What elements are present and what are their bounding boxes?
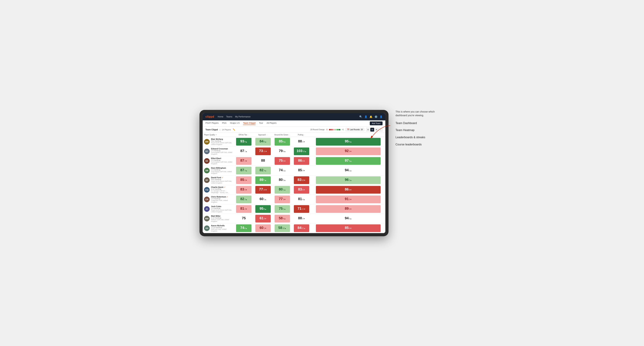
score-delta: 4▲ — [283, 218, 286, 220]
score-box: 80 1▲ — [274, 186, 290, 194]
player-name: Blair McHarg — [211, 138, 233, 140]
score-delta: 4▲ — [264, 170, 266, 172]
annotation-menu-list: Team Dashboard Team Heatmap Leaderboards… — [396, 121, 444, 147]
score-cell-8-3: 88 2▼ — [292, 214, 311, 223]
score-cell-1-0: 87 1▲ — [234, 147, 254, 156]
player-hcp: 1-5 Handicap — [211, 159, 233, 161]
score-delta: 8▲ — [244, 227, 247, 229]
score-cell-4-1: 89 7▲ — [254, 175, 273, 185]
col-header-approach[interactable]: Approach — — [254, 133, 273, 137]
table-header: Player Quality ▼ Off the Tee — — [203, 133, 385, 137]
score-box: 88 — [255, 157, 271, 165]
score-value: 73 — [259, 149, 263, 153]
sub-nav-team-clippd[interactable]: Team Clippd — [243, 122, 256, 125]
score-delta: 2▼ — [302, 218, 305, 220]
player-name: Chris Robertson ✓ — [211, 196, 233, 198]
avatar: EC — [204, 149, 210, 154]
bell-icon[interactable]: 🔔 — [370, 115, 372, 118]
score-value: 77 — [279, 197, 282, 201]
score-cell-6-0: 82 3▲ — [234, 194, 254, 204]
team-separator: | — [220, 129, 220, 131]
score-delta: 3▼ — [244, 208, 247, 210]
table-row[interactable]: EC Edward Crossman 1-5 Handicap Sunningd… — [203, 147, 385, 156]
score-value: 74 — [279, 168, 282, 172]
score-delta: 4▲ — [244, 170, 247, 172]
sub-nav-hcaps[interactable]: Hcaps 1-5 — [230, 122, 240, 125]
score-cell-7-0: 81 3▼ — [234, 204, 254, 214]
sub-nav-tour[interactable]: Tour — [259, 122, 263, 125]
score-value: 88 — [261, 159, 265, 163]
table-row[interactable]: CR Chris Robertson ✓ 1-5 Handicap Craigm… — [203, 194, 385, 204]
score-delta: 3▼ — [302, 170, 305, 172]
score-box: 84 6▲ — [255, 138, 271, 146]
score-value: 87 — [240, 168, 244, 172]
player-club: Gog Magog Golf Club, United Kingdom — [211, 171, 233, 174]
score-value: 84 — [260, 139, 264, 143]
score-value: 58 — [278, 226, 282, 230]
score-delta: 15▲ — [303, 151, 306, 152]
table-row[interactable]: MM Matt Miller 6-10 Handicap Woburn Golf… — [203, 214, 385, 223]
table-row[interactable]: CQ Charlie Quick ✓ 6-10 Handicap St. Geo… — [203, 185, 385, 194]
table-row[interactable]: DB Dave Billingham 1-5 Handicap Gog Mago… — [203, 166, 385, 175]
score-delta: 4▲ — [302, 198, 305, 200]
score-box: 84 21▲ — [294, 224, 309, 232]
last-rounds-selector[interactable]: 📅 Last Rounds: 20 — [346, 128, 364, 131]
table-row[interactable]: DF David Ford ✓ Plus Handicap Royal Nort… — [203, 175, 385, 185]
score-cell-6-2: 77 3▼ — [273, 194, 292, 204]
score-box: 92 3▼ — [316, 148, 381, 155]
score-cell-7-2: 75 2▲ — [273, 204, 292, 214]
player-info: Dave Billingham 1-5 Handicap Gog Magog G… — [211, 167, 233, 174]
header-row: Player Quality ▼ Off the Tee — — [203, 133, 385, 137]
player-name: Dave Billingham — [211, 167, 233, 169]
score-box: 86 6▼ — [294, 157, 309, 165]
score-box: 79 9▲ — [274, 148, 290, 155]
last-rounds-value: 20 — [361, 129, 363, 131]
score-box: 75 2▲ — [274, 205, 290, 213]
score-value: 86 — [345, 187, 348, 191]
player-hcp: 6-10 Handicap — [211, 188, 233, 190]
sub-nav-all-players[interactable]: All Players — [266, 122, 276, 125]
player-info: David Ford ✓ Plus Handicap Royal North D… — [211, 176, 233, 184]
score-value: 85 — [298, 168, 302, 172]
score-box: 91 3▼ — [316, 195, 381, 203]
table-row[interactable]: JC Josh Coles 1-5 Handicap Royal North D… — [203, 204, 385, 214]
player-hcp: 6-10 Handicap — [211, 217, 233, 219]
nav-link-performance[interactable]: My Performance — [235, 116, 250, 118]
score-box: 83 10▼ — [294, 176, 309, 184]
score-box: 58 4▲ — [274, 215, 290, 222]
table-row[interactable]: BM Blair McHarg Plus Handicap Royal Nort… — [203, 137, 385, 147]
score-cell-0-1: 84 6▲ — [254, 137, 273, 147]
edit-icon[interactable]: ✏️ — [233, 128, 235, 131]
score-value: 87 — [240, 159, 244, 163]
player-hcp: 1-5 Handicap — [211, 198, 233, 199]
score-value: 60 — [260, 226, 264, 230]
score-value: 87 — [240, 149, 244, 153]
col-header-putting[interactable]: Putting — — [292, 133, 311, 137]
nav-link-home[interactable]: Home — [218, 116, 223, 118]
score-delta: 11▼ — [264, 151, 267, 152]
nav-link-teams[interactable]: Teams — [226, 116, 232, 118]
player-cell-3: DB Dave Billingham 1-5 Handicap Gog Mago… — [203, 166, 234, 175]
table-row[interactable]: EE Elliot Ebert 1-5 Handicap Sunningdale… — [203, 156, 385, 166]
sub-nav-pgat[interactable]: PGAT Players — [206, 122, 218, 125]
avatar-icon[interactable]: 👤 — [380, 115, 382, 118]
player-name: Aaron Nicholls — [211, 224, 233, 227]
search-icon[interactable]: 🔍 — [359, 115, 362, 118]
user-icon[interactable]: 👤 — [364, 115, 367, 118]
player-info: Aaron Nicholls 11-15 Handicap Drift Golf… — [211, 224, 233, 232]
col-header-player[interactable]: Player Quality ▼ — [203, 133, 234, 137]
score-value: 85 — [345, 226, 348, 230]
score-delta: 3▼ — [244, 160, 247, 162]
sub-nav-pga[interactable]: PGA — [222, 122, 226, 125]
table-row[interactable]: AN Aaron Nicholls 11-15 Handicap Drift G… — [203, 223, 385, 233]
avatar: JC — [204, 206, 210, 212]
score-box: 87 4▲ — [236, 167, 252, 174]
col-header-off-tee[interactable]: Off the Tee — — [234, 133, 254, 137]
score-box: 81 3▼ — [236, 205, 252, 213]
score-cell-4-4: 96 3▲ — [311, 175, 385, 185]
score-cell-3-4: 94 1▲ — [311, 166, 385, 175]
avatar: CR — [204, 197, 210, 202]
settings-icon[interactable]: ⚙️ — [374, 115, 378, 118]
player-hcp: 1-5 Handicap — [211, 150, 233, 152]
col-header-around-green[interactable]: Around the Green — — [273, 133, 292, 137]
